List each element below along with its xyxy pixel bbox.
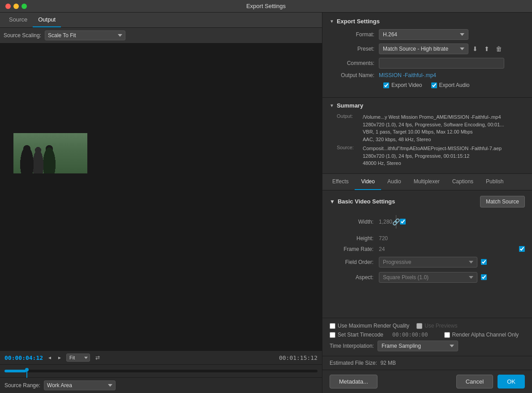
tab-source[interactable]: Source [4,13,33,27]
max-render-quality-checkbox[interactable] [330,323,335,329]
use-previews-label[interactable]: Use Previews [416,323,457,329]
summary-source-key: Source: [337,145,359,167]
minimize-button[interactable] [13,4,19,9]
basic-video-settings-title: Basic Video Settings [338,198,395,205]
set-start-timecode-label[interactable]: Set Start Timecode [330,332,383,338]
save-preset-button[interactable]: ⬇ [470,44,480,54]
width-row: Width: 1,280 🔗 [330,213,525,231]
max-render-quality-text: Use Maximum Render Quality [338,323,409,329]
total-timecode: 00:01:15:12 [279,354,317,361]
bvs-collapse-icon[interactable]: ▼ [330,199,335,205]
export-settings-header: ▼ Export Settings [330,18,525,25]
loop-button[interactable]: ⇄ [94,354,102,362]
close-button[interactable] [5,4,11,9]
comments-control [379,58,525,69]
frame-rate-checkbox[interactable] [519,246,525,252]
bottom-options: Use Maximum Render Quality Use Previews … [322,318,532,356]
collapse-arrow-icon[interactable]: ▼ [330,19,334,24]
tab-audio[interactable]: Audio [381,174,408,190]
field-order-select[interactable]: Progressive Upper Field First Lower Fiel… [379,257,477,268]
tab-output[interactable]: Output [33,13,61,27]
mark-in-button[interactable]: ◂ [47,354,53,362]
window-title: Export Settings [246,3,286,9]
source-range-select[interactable]: Work Area Entire Sequence Custom [44,380,116,390]
summary-collapse-icon[interactable]: ▼ [330,103,334,108]
tab-captions[interactable]: Captions [446,174,480,190]
aspect-checkbox[interactable] [481,274,487,280]
time-interpolation-select[interactable]: Frame Sampling Frame Blending Optical Fl… [378,341,458,351]
metadata-button[interactable]: Metadata... [330,375,378,389]
output-name-control: MISSION -Faithful-.mp4 [379,72,525,78]
source-scaling-row: Source Scaling: Scale To Fit Scale To Fi… [0,28,322,43]
delete-preset-button[interactable]: 🗑 [493,44,504,54]
mark-out-button[interactable]: ▸ [56,354,63,362]
max-render-quality-label[interactable]: Use Maximum Render Quality [330,323,409,329]
set-start-timecode-checkbox[interactable] [330,332,335,338]
field-order-checkbox[interactable] [481,259,487,265]
preview-content [13,133,87,173]
ok-button[interactable]: OK [498,375,525,389]
maximize-button[interactable] [21,4,27,9]
frame-rate-value: 24 [379,246,515,252]
export-settings-title: Export Settings [337,18,380,25]
timeline-area: 00:00:04:12 ◂ ▸ Fit 25% 50% 100% ⇄ 00:01… [0,350,322,393]
tab-video[interactable]: Video [355,174,381,190]
field-order-controls: Progressive Upper Field First Lower Fiel… [379,257,525,268]
video-settings-area: ▼ Basic Video Settings Match Source Widt… [322,190,532,318]
timecode-alpha-row: Set Start Timecode 00:00:00:00 Render Al… [330,332,525,338]
output-name-row: Output Name: MISSION -Faithful-.mp4 [330,72,525,78]
timeline-playhead[interactable] [26,370,27,378]
export-audio-checkbox[interactable] [431,82,437,88]
titlebar-buttons [5,4,27,9]
aspect-label: Aspect: [330,274,379,281]
tab-effects[interactable]: Effects [326,174,355,190]
summary-content: Output: /Volume...y West Mission Promo_A… [337,113,525,167]
estimated-file-size-value: 92 MB [380,360,396,366]
summary-header: ▼ Summary [330,102,525,109]
export-video-checkbox-label[interactable]: Export Video [383,82,422,88]
summary-source-value: Composit...ithful"/tmpAEtoAMEProject-MIS… [363,145,502,167]
link-icon: 🔗 [392,218,400,225]
comments-row: Comments: [330,58,525,69]
output-name-link[interactable]: MISSION -Faithful-.mp4 [379,72,436,78]
width-checkbox[interactable] [400,219,406,225]
cancel-button[interactable]: Cancel [456,375,493,389]
time-interpolation-row: Time Interpolation: Frame Sampling Frame… [330,341,525,351]
file-size-row: Estimated File Size: 92 MB [322,356,532,370]
format-select[interactable]: H.264 H.265 ProRes [379,29,468,40]
fit-select[interactable]: Fit 25% 50% 100% [66,354,90,362]
tab-multiplexer[interactable]: Multiplexer [408,174,446,190]
render-alpha-checkbox[interactable] [444,332,450,338]
source-scaling-select[interactable]: Scale To Fit Scale To Fill Stretch To Fi… [45,30,125,40]
source-range-area: Source Range: Work Area Entire Sequence … [0,377,322,393]
source-scaling-label: Source Scaling: [4,32,41,39]
comments-label: Comments: [330,60,379,66]
aspect-row: Aspect: Square Pixels (1.0) D1/DV NTSC (… [330,272,525,283]
output-name-label: Output Name: [330,72,379,78]
current-timecode: 00:00:04:12 [4,354,43,361]
comments-input[interactable] [379,58,504,69]
render-alpha-label[interactable]: Render Alpha Channel Only [444,332,519,338]
summary-output-value: /Volume...y West Mission Promo_AME/MISSI… [363,113,504,143]
export-settings-section: ▼ Export Settings Format: H.264 H.265 Pr… [322,13,532,98]
field-order-row: Field Order: Progressive Upper Field Fir… [330,257,525,268]
format-row: Format: H.264 H.265 ProRes [330,29,525,40]
dimension-row: 1,280 🔗 [379,213,400,231]
use-previews-checkbox [416,323,422,329]
timeline-bar-area[interactable] [0,365,322,377]
preview-thumbnail [13,133,87,173]
playhead-marker [25,368,29,371]
preset-select[interactable]: Match Source - High bitrate Match Source… [379,43,468,54]
aspect-select[interactable]: Square Pixels (1.0) D1/DV NTSC (0.9091) [379,272,477,283]
timeline-bar-fill [4,370,26,372]
right-action-buttons: Cancel OK [456,375,525,389]
match-source-button[interactable]: Match Source [480,196,525,207]
export-audio-checkbox-label[interactable]: Export Audio [431,82,470,88]
video-tabs-bar: Effects Video Audio Multiplexer Captions… [322,174,532,190]
start-timecode-value: 00:00:00:00 [392,332,428,338]
summary-output-key: Output: [337,113,359,143]
export-video-checkbox[interactable] [383,82,389,88]
import-preset-button[interactable]: ⬆ [482,44,492,54]
width-label: Width: [330,219,379,225]
tab-publish[interactable]: Publish [480,174,510,190]
